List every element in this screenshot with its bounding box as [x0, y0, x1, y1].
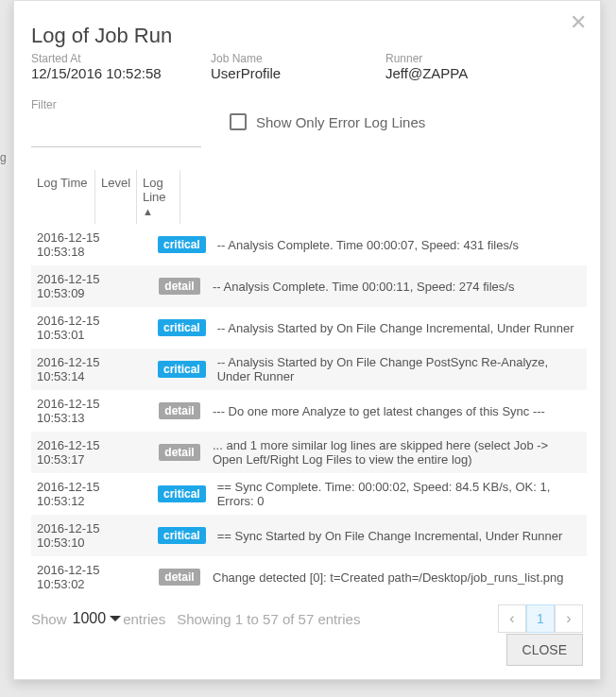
table-row[interactable]: 2016-12-15 10:53:13detail--- Do one more…: [31, 390, 587, 432]
cell-level: critical: [152, 520, 212, 551]
cell-message: -- Analysis Complete. Time 00:00:11, Spe…: [207, 273, 587, 300]
background-fragment: g: [0, 151, 7, 164]
col-log-time[interactable]: Log Time: [31, 170, 95, 224]
level-badge: critical: [158, 319, 206, 336]
table-row[interactable]: 2016-12-15 10:53:12critical== Sync Compl…: [31, 473, 587, 515]
cell-level: critical: [152, 230, 212, 260]
cell-message: -- Analysis Started by On File Change Po…: [212, 348, 587, 390]
level-badge: critical: [158, 361, 206, 378]
table-row[interactable]: 2016-12-15 10:53:18critical-- Analysis C…: [31, 224, 587, 265]
table-row[interactable]: 2016-12-15 10:53:14critical-- Analysis S…: [31, 348, 587, 390]
cell-message: == Sync Complete. Time: 00:00:02, Speed:…: [212, 473, 587, 515]
caret-down-icon: [110, 616, 121, 621]
cell-message: -- Analysis Complete. Time 00:00:07, Spe…: [212, 231, 587, 259]
log-table: Log Time Level Log Line ▲ 2016-12-15 10:…: [31, 170, 583, 597]
cell-level: detail: [152, 437, 207, 468]
page-size-select[interactable]: 1000: [73, 610, 122, 627]
level-badge: critical: [158, 527, 206, 544]
pager-current[interactable]: 1: [526, 604, 555, 633]
level-badge: detail: [159, 444, 199, 461]
cell-log-time: 2016-12-15 10:53:09: [31, 265, 152, 307]
started-at-value: 12/15/2016 10:52:58: [31, 65, 192, 81]
level-badge: detail: [159, 569, 199, 586]
cell-message: --- Do one more Analyze to get latest ch…: [207, 398, 587, 425]
col-log-line[interactable]: Log Line ▲: [137, 170, 180, 224]
checkbox-icon: [230, 113, 247, 130]
cell-log-time: 2016-12-15 10:53:17: [31, 432, 152, 473]
level-badge: critical: [158, 236, 206, 253]
table-row[interactable]: 2016-12-15 10:53:17detail... and 1 more …: [31, 432, 587, 473]
job-name-label: Job Name: [211, 52, 367, 65]
cell-level: detail: [152, 271, 207, 301]
cell-log-time: 2016-12-15 10:53:01: [31, 307, 152, 348]
runner-value: Jeff@ZAPPA: [385, 65, 468, 81]
cell-level: critical: [152, 354, 212, 384]
show-word: Show: [31, 611, 67, 627]
level-badge: critical: [158, 485, 206, 502]
table-body[interactable]: 2016-12-15 10:53:18critical-- Analysis C…: [31, 224, 587, 597]
filter-label: Filter: [31, 98, 583, 111]
table-footer: Show 1000 entries Showing 1 to 57 of 57 …: [31, 604, 583, 633]
filter-input[interactable]: [31, 125, 201, 147]
job-name-value: UserProfile: [211, 65, 367, 81]
runner-label: Runner: [385, 52, 468, 65]
table-row[interactable]: 2016-12-15 10:53:01critical-- Analysis S…: [31, 307, 587, 348]
cell-level: critical: [152, 479, 212, 509]
pager: ‹ 1 ›: [498, 604, 583, 633]
pager-next[interactable]: ›: [555, 604, 583, 633]
table-header: Log Time Level Log Line ▲: [31, 170, 587, 224]
entries-word: entries: [123, 611, 165, 627]
show-only-errors-checkbox[interactable]: Show Only Error Log Lines: [230, 113, 425, 130]
cell-log-time: 2016-12-15 10:53:10: [31, 515, 152, 556]
showing-info: Showing 1 to 57 of 57 entries: [177, 611, 360, 627]
cell-log-time: 2016-12-15 10:53:14: [31, 348, 152, 390]
pager-prev[interactable]: ‹: [498, 604, 526, 633]
cell-message: -- Analysis Started by On File Change In…: [212, 314, 587, 342]
level-badge: detail: [159, 402, 199, 419]
started-at-label: Started At: [31, 52, 192, 65]
show-only-errors-label: Show Only Error Log Lines: [256, 114, 425, 130]
cell-message: ... and 1 more similar log lines are ski…: [207, 432, 587, 473]
cell-log-time: 2016-12-15 10:53:13: [31, 390, 152, 432]
table-row[interactable]: 2016-12-15 10:53:10critical== Sync Start…: [31, 515, 587, 556]
level-badge: detail: [159, 278, 199, 295]
table-row[interactable]: 2016-12-15 10:53:02detailChange detected…: [31, 556, 587, 597]
cell-log-time: 2016-12-15 10:53:18: [31, 224, 152, 265]
cell-message: Change detected [0]: t=Created path=/Des…: [207, 564, 587, 591]
modal-title: Log of Job Run: [31, 24, 583, 48]
metadata-row: Started At 12/15/2016 10:52:58 Job Name …: [31, 52, 583, 81]
cell-message: == Sync Started by On File Change Increm…: [212, 522, 587, 550]
table-row[interactable]: 2016-12-15 10:53:09detail-- Analysis Com…: [31, 265, 587, 307]
close-icon[interactable]: ✕: [570, 10, 587, 35]
col-level[interactable]: Level: [95, 170, 137, 224]
cell-log-time: 2016-12-15 10:53:12: [31, 473, 152, 515]
sort-asc-icon: ▲: [143, 206, 153, 217]
cell-level: critical: [152, 313, 212, 343]
close-button[interactable]: CLOSE: [506, 634, 583, 666]
job-run-log-modal: ✕ Log of Job Run Started At 12/15/2016 1…: [13, 0, 601, 680]
cell-level: detail: [152, 396, 207, 426]
cell-log-time: 2016-12-15 10:53:02: [31, 556, 152, 597]
cell-level: detail: [152, 562, 207, 592]
